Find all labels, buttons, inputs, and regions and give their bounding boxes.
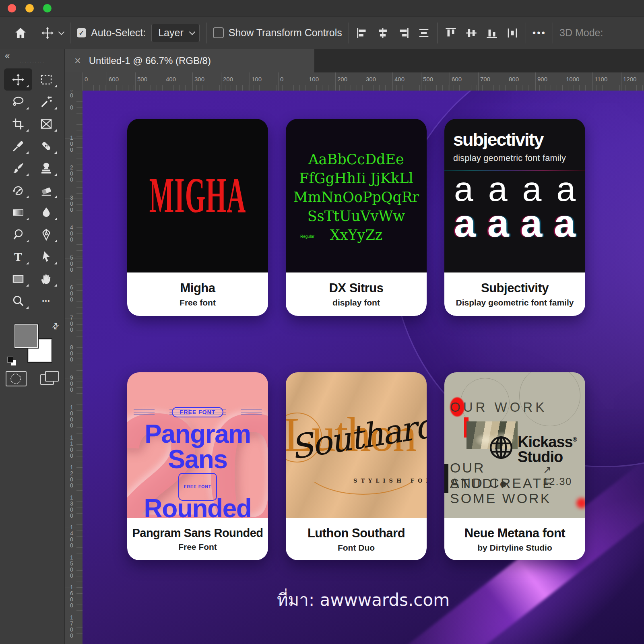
studio-line-3: SOME WORK [450,491,582,506]
move-tool-options-icon[interactable] [41,26,54,40]
hand-tool[interactable] [32,268,60,290]
color-swatches: ⇄ [12,323,56,362]
screen-mode-button[interactable] [40,371,59,385]
show-transform-checkbox[interactable] [213,27,224,38]
card-title: Luthon Southard [286,526,427,541]
document-canvas[interactable]: MIGHA Migha Free font AaBbCcDdEe FfGgHhI… [83,91,644,644]
ruler-label: 600 [452,76,462,83]
eraser-tool[interactable] [32,179,60,201]
type-tool[interactable]: T [4,246,32,268]
alphabet-line: SsTtUuVvWw [308,207,405,226]
panel-grip[interactable]: ·········· [0,59,64,65]
ruler-label: 300 [366,76,376,83]
card-title: Pangram Sans Rounded [127,526,268,540]
ruler-label: 200 [337,76,347,83]
eyedropper-tool[interactable] [4,135,32,157]
neue-metana-artwork: OUR WORK Kickass® Studio OUR STUDI● ↗ 12… [444,372,585,518]
align-bottom-edges-icon[interactable] [485,26,499,40]
rectangular-marquee-tool[interactable] [32,68,60,91]
ruler-label: 0 [65,105,78,111]
font-card-migha: MIGHA Migha Free font [127,119,268,316]
ruler-label: 5 0 0 [65,255,78,273]
card-title: Migha [127,281,268,295]
card-title: Subjectivity [444,281,585,295]
horizontal-ruler[interactable]: 0600500400300200100010020030040050060070… [83,72,644,91]
document-tab[interactable]: × Untitled-1 @ 66.7% (RGB/8) [65,49,314,72]
pangram-display-text: Pangram Sans FREE FONT Rounded Is Here! [127,421,268,518]
ruler-label: 1100 [594,76,607,83]
history-brush-tool[interactable] [4,179,32,201]
close-tab-icon[interactable]: × [74,55,81,67]
auto-select-label: Auto-Select: [91,27,146,39]
pangram-artwork: 20 FREE FONT Pangram Sans FREE FONT Roun… [127,372,268,518]
align-left-edges-icon[interactable] [355,26,369,40]
source-caption: ที่มา: awwwards.com [83,586,644,613]
3d-mode-label: 3D Mode: [559,27,603,39]
blur-tool[interactable] [32,201,60,223]
ruler-label: 1200 [623,76,636,83]
ruler-label: 9 0 0 [65,375,78,393]
ruler-label: 300 [194,76,204,83]
frame-tool[interactable] [32,113,60,135]
dodge-tool[interactable] [4,223,32,246]
card-subtitle: Free font [127,298,268,308]
weight-label: Regular [300,234,314,239]
ruler-label: 2 0 0 [65,165,78,183]
auto-select-target-dropdown[interactable]: Layer [151,24,200,42]
zoom-window-button[interactable] [43,4,52,12]
zoom-tool[interactable] [4,290,32,312]
font-card-luthon: Luthon Southard STYLISH FONT DUO Luthon … [286,372,427,560]
home-icon[interactable] [14,26,27,40]
close-window-button[interactable] [8,4,16,12]
crop-tool[interactable] [4,113,32,135]
divider [34,23,34,43]
spot-healing-brush-tool[interactable] [32,135,60,157]
path-selection-tool[interactable] [32,246,60,268]
gradient-tool[interactable] [4,201,32,223]
ruler-label: 100 [252,76,262,83]
minimize-window-button[interactable] [25,4,34,12]
lasso-tool[interactable] [4,91,32,113]
align-horizontal-centers-icon[interactable] [376,26,390,40]
ruler-label: 1 1 0 0 [65,435,78,459]
auto-select-target-value: Layer [158,27,184,39]
align-top-edges-icon[interactable] [444,26,458,40]
ruler-label: 1 2 0 0 [65,464,78,489]
edit-toolbar-ellipsis[interactable]: ••• [32,290,60,312]
brush-tool[interactable] [4,157,32,179]
subjectivity-artwork: subjectivity display geometric font fami… [444,119,585,272]
divider [349,23,349,43]
card-title: DX Sitrus [286,281,427,295]
ruler-label: 1 6 0 0 [65,584,78,609]
align-vertical-centers-icon[interactable] [464,26,478,40]
align-right-edges-icon[interactable] [396,26,410,40]
subjectivity-subheading: display geometric font family [453,153,576,163]
quick-mask-button[interactable] [6,371,27,386]
pen-tool[interactable] [32,223,60,246]
rectangle-tool[interactable] [4,268,32,290]
distribute-horizontal-centers-icon[interactable] [506,26,519,40]
more-align-options-icon[interactable]: ••• [533,27,546,39]
ruler-label: 3 0 0 [65,195,78,213]
auto-select-checkbox[interactable]: ✓ [77,28,86,37]
clone-stamp-tool[interactable] [32,157,60,179]
ruler-label: 7 0 0 [65,315,78,333]
move-tool[interactable] [4,68,32,91]
card-subtitle: Display geometric font family [444,298,585,308]
foreground-color-swatch[interactable] [14,324,38,348]
swap-colors-icon[interactable]: ⇄ [50,320,61,332]
card-title: Neue Metana font [444,526,585,541]
vertical-ruler[interactable]: 0 001 0 02 0 03 0 04 0 05 0 06 0 07 0 08… [65,91,83,644]
distribute-vertical-centers-icon[interactable] [417,26,431,40]
chevron-down-icon[interactable] [58,29,65,35]
black-accent-bar [444,464,448,493]
ruler-origin-box[interactable] [65,72,83,91]
magic-wand-tool[interactable] [32,91,60,113]
ruler-label: 1 3 0 0 [65,495,78,519]
ruler-label: 700 [480,76,490,83]
our-work-label: OUR WORK [450,400,547,415]
ruler-label: 1000 [566,76,579,83]
default-colors-icon[interactable] [7,357,16,365]
alphabet-line: XxYyZz [330,226,382,245]
font-card-neue-metana: OUR WORK Kickass® Studio OUR STUDI● ↗ 12… [444,372,585,560]
